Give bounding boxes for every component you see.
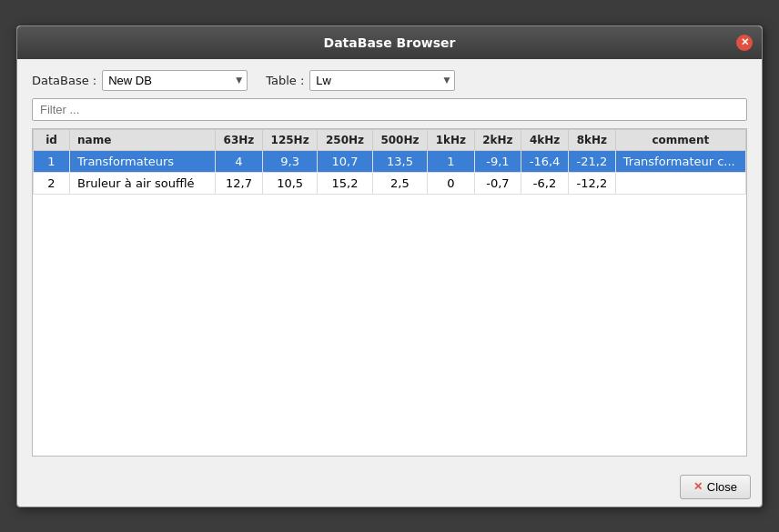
database-label: DataBase :: [32, 74, 96, 87]
cell-hz1k: 1: [428, 150, 475, 172]
data-table: id name 63Hz 125Hz 250Hz 500Hz 1kHz 2kHz…: [33, 129, 746, 195]
cell-hz125: 9,3: [262, 150, 317, 172]
cell-hz2k: -0,7: [474, 172, 521, 194]
cell-hz2k: -9,1: [474, 150, 521, 172]
cell-hz8k: -12,2: [568, 172, 615, 194]
filter-input[interactable]: [32, 98, 747, 121]
cell-hz500: 13,5: [372, 150, 427, 172]
cell-comment: Transformateur c...: [615, 150, 745, 172]
col-header-125hz: 125Hz: [262, 129, 317, 150]
cell-hz4k: -6,2: [521, 172, 569, 194]
cell-hz63: 4: [216, 150, 263, 172]
close-button-icon: ✕: [693, 480, 703, 493]
col-header-2khz: 2kHz: [474, 129, 521, 150]
col-header-id: id: [34, 129, 70, 150]
col-header-250hz: 250Hz: [318, 129, 372, 150]
cell-hz500: 2,5: [372, 172, 427, 194]
col-header-1khz: 1kHz: [428, 129, 475, 150]
col-header-4khz: 4kHz: [521, 129, 569, 150]
close-button-label: Close: [707, 480, 737, 494]
col-header-500hz: 500Hz: [372, 129, 427, 150]
col-header-8khz: 8kHz: [568, 129, 615, 150]
data-table-container: id name 63Hz 125Hz 250Hz 500Hz 1kHz 2kHz…: [32, 128, 747, 457]
dialog-content: DataBase : New DB Table : Lw: [17, 59, 762, 467]
cell-hz4k: -16,4: [521, 150, 569, 172]
col-header-63hz: 63Hz: [216, 129, 263, 150]
cell-hz1k: 0: [428, 172, 475, 194]
table-row[interactable]: 1Transformateurs49,310,713,51-9,1-16,4-2…: [34, 150, 746, 172]
table-header-row: id name 63Hz 125Hz 250Hz 500Hz 1kHz 2kHz…: [34, 129, 746, 150]
table-select[interactable]: Lw: [309, 70, 455, 91]
table-control-group: Table : Lw: [266, 70, 455, 91]
controls-row: DataBase : New DB Table : Lw: [32, 70, 747, 91]
cell-hz250: 15,2: [318, 172, 372, 194]
cell-hz63: 12,7: [216, 172, 263, 194]
cell-hz8k: -21,2: [568, 150, 615, 172]
table-select-wrapper: Lw: [309, 70, 455, 91]
dialog-footer: ✕ Close: [17, 467, 762, 507]
title-bar: DataBase Browser ✕: [17, 26, 762, 59]
cell-id: 1: [34, 150, 70, 172]
database-browser-dialog: DataBase Browser ✕ DataBase : New DB Tab…: [16, 25, 763, 507]
col-header-comment: comment: [615, 129, 745, 150]
cell-name: Bruleur à air soufflé: [70, 172, 216, 194]
database-select-wrapper: New DB: [102, 70, 248, 91]
cell-hz250: 10,7: [318, 150, 372, 172]
window-close-icon: ✕: [741, 36, 749, 48]
table-label: Table :: [266, 74, 304, 87]
col-header-name: name: [70, 129, 216, 150]
cell-name: Transformateurs: [70, 150, 216, 172]
close-button[interactable]: ✕ Close: [680, 475, 751, 499]
cell-id: 2: [34, 172, 70, 194]
table-row[interactable]: 2Bruleur à air soufflé12,710,515,22,50-0…: [34, 172, 746, 194]
dialog-title: DataBase Browser: [324, 35, 456, 50]
cell-comment: [615, 172, 745, 194]
database-select[interactable]: New DB: [102, 70, 248, 91]
window-close-button[interactable]: ✕: [736, 35, 753, 51]
database-control-group: DataBase : New DB: [32, 70, 248, 91]
cell-hz125: 10,5: [262, 172, 317, 194]
